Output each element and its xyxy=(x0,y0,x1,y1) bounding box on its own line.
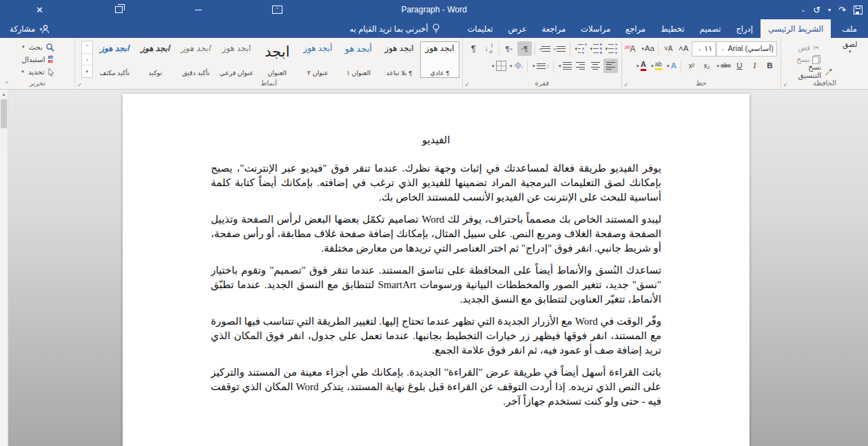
save-button[interactable] xyxy=(854,6,862,14)
share-button[interactable]: مشاركة xyxy=(0,19,59,38)
tell-me-box[interactable]: أخبرني بما تريد القيام به xyxy=(343,19,448,38)
justify-button[interactable]: ▾ xyxy=(557,59,572,73)
document-page[interactable]: الفيديو يوفر الفيديو طريقة فعالة لمساعدت… xyxy=(123,94,750,446)
style-emphasis[interactable]: ابجد هوز توكيد xyxy=(136,41,175,78)
multilevel-list-button[interactable]: ▾ xyxy=(573,41,588,56)
document-area: ▲ الفيديو يوفر الفيديو طريقة فعالة لمساع… xyxy=(0,90,868,446)
strikethrough-button[interactable]: abc▾ xyxy=(714,59,732,73)
style-preview: ابجد هوز xyxy=(425,44,454,53)
text-effects-button[interactable]: A▾ xyxy=(663,59,678,73)
style-label: العنوان xyxy=(268,69,287,77)
find-button[interactable]: بحث ▾ xyxy=(2,41,72,53)
shrink-font-button[interactable]: A˅ xyxy=(661,41,676,56)
font-dialog-launcher-icon[interactable]: ↙ xyxy=(624,82,629,88)
italic-button[interactable]: I xyxy=(747,59,762,73)
style-preview: ابجد هوز xyxy=(222,44,251,53)
style-preview: ابجد هوز xyxy=(181,44,210,53)
redo-button[interactable]: ↷ xyxy=(838,6,846,14)
tab-home[interactable]: الشريط الرئيسي xyxy=(761,19,831,38)
tab-file[interactable]: ملف xyxy=(831,19,868,38)
grow-font-button[interactable]: A˄ xyxy=(676,41,691,56)
scrollbar-thumb[interactable] xyxy=(1,99,7,128)
subscript-button[interactable]: x₂ xyxy=(699,59,714,73)
style-subtitle[interactable]: ابجد هوز عنوان فرعي xyxy=(217,41,256,78)
style-heading1[interactable]: أبجد هو العنوان ١ xyxy=(339,41,378,78)
align-center-icon xyxy=(591,62,600,70)
tab-insert[interactable]: إدراج xyxy=(728,19,761,38)
highlight-color-icon: ab xyxy=(655,61,662,70)
decrease-indent-button[interactable]: ▸ xyxy=(552,41,567,56)
rtl-text-direction-button[interactable]: ¶◂ xyxy=(517,41,532,56)
undo-button[interactable]: ↺ xyxy=(813,6,820,14)
shading-button[interactable]: ▾ xyxy=(508,59,524,73)
font-name-combo[interactable]: Arial (أساسي) ⌄ xyxy=(716,41,777,57)
text-effects-icon: A xyxy=(671,62,676,70)
align-left-button[interactable] xyxy=(573,59,588,73)
style-normal[interactable]: ابجد هوز ¶ عادي xyxy=(420,41,459,78)
paragraph-5: باتت القراءة أسهل أيضاً في طريقة عرض "ال… xyxy=(211,365,661,409)
increase-indent-button[interactable]: ◂ xyxy=(537,41,552,56)
ribbon-tab-bar: ملف الشريط الرئيسي إدراج تصميم تخطيط مرا… xyxy=(0,19,868,38)
line-spacing-button[interactable]: ↕▾ xyxy=(530,59,550,73)
align-left-icon xyxy=(576,62,585,70)
align-right-button[interactable] xyxy=(603,59,618,73)
customize-qat-button[interactable]: ⌄ xyxy=(800,7,805,13)
font-size-combo[interactable]: ١١ ⌄ xyxy=(692,41,716,57)
sort-icon: أي↓ xyxy=(485,44,493,54)
styles-scroll-up-button[interactable]: ⌃ xyxy=(82,41,92,54)
borders-icon xyxy=(496,61,506,71)
font-size-value: ١١ xyxy=(704,44,712,53)
numbering-button[interactable]: ▾ xyxy=(588,41,603,56)
style-label: توكيد xyxy=(148,69,162,77)
title-bar: ✕ ⌃ Paragraph - Word ⌄ ↺ ▾ ↷ xyxy=(0,0,868,19)
format-painter-button[interactable]: نسخ التنسيق xyxy=(783,65,834,77)
style-heading2[interactable]: أبجد هوز عنوان ٢ xyxy=(298,41,338,78)
line-spacing-icon: ↕ xyxy=(537,62,550,70)
style-subtle-emphasis[interactable]: ابجد هوز تأكيد دقيق xyxy=(176,41,216,78)
styles-gallery-more-button[interactable]: ▾ xyxy=(82,65,92,77)
align-center-button[interactable] xyxy=(588,59,603,73)
vertical-scrollbar[interactable]: ▲ xyxy=(0,90,8,446)
group-styles: ابجد هوز ¶ عادي ابجد هوز ¶ بلا تباعد أبج… xyxy=(74,38,462,89)
undo-dropdown[interactable]: ▾ xyxy=(828,7,831,13)
grow-font-icon: A˄ xyxy=(679,45,688,53)
cut-button[interactable]: ✂ قص xyxy=(783,42,834,54)
select-pointer-icon xyxy=(48,68,55,77)
tab-review[interactable]: مراجعة xyxy=(535,19,574,38)
borders-button[interactable]: ▾ xyxy=(490,59,507,73)
tab-references[interactable]: مراجع xyxy=(618,19,653,38)
paragraph-dialog-launcher-icon[interactable]: ↙ xyxy=(465,82,470,88)
clear-formatting-button[interactable]: A xyxy=(626,41,640,56)
show-hide-paragraph-marks-button[interactable]: ¶ xyxy=(466,41,481,56)
styles-scroll-down-button[interactable]: ⌄ xyxy=(82,54,92,66)
tab-help[interactable]: تعليمات xyxy=(459,19,500,38)
ltr-text-direction-button[interactable]: ▸¶ xyxy=(502,41,517,56)
bullets-button[interactable]: ▾ xyxy=(603,41,618,56)
tab-layout[interactable]: تخطيط xyxy=(653,19,692,38)
style-label: العنوان ١ xyxy=(347,69,371,77)
underline-button[interactable]: U xyxy=(732,59,747,73)
styles-gallery-scrollbar: ⌃ ⌄ ▾ xyxy=(81,41,93,78)
change-case-button[interactable]: Aa▾ xyxy=(641,41,655,56)
select-button[interactable]: تحديد ▾ xyxy=(2,65,72,78)
tab-mailings[interactable]: مراسلات xyxy=(573,19,618,38)
style-intense-emphasis[interactable]: ابجد هوز تأكيد مكثف xyxy=(95,41,134,78)
tab-view[interactable]: عرض xyxy=(500,19,534,38)
rtl-direction-icon: ¶◂ xyxy=(521,45,528,53)
style-title[interactable]: ابجد العنوان xyxy=(258,41,297,78)
superscript-button[interactable]: x² xyxy=(684,59,699,73)
font-color-button[interactable]: A▾ xyxy=(633,59,648,73)
clipboard-dialog-launcher-icon[interactable]: ↙ xyxy=(783,82,788,88)
style-no-spacing[interactable]: ابجد هوز ¶ بلا تباعد xyxy=(380,41,419,78)
sort-button[interactable]: أي↓ xyxy=(482,41,496,56)
highlight-color-button[interactable]: ab▾ xyxy=(648,59,663,73)
styles-dialog-launcher-icon[interactable]: ↙ xyxy=(77,82,82,88)
paste-button[interactable]: لصق ▾ xyxy=(834,40,866,54)
style-label: تأكيد مكثف xyxy=(100,69,130,77)
scroll-up-arrow-icon[interactable]: ▲ xyxy=(0,90,8,99)
style-preview: ابجد هوز xyxy=(141,44,169,53)
tab-design[interactable]: تصميم xyxy=(692,19,728,38)
replace-button[interactable]: abac استبدال xyxy=(2,53,72,65)
bold-button[interactable]: B xyxy=(763,59,777,73)
collapse-ribbon-button[interactable]: ⌃ xyxy=(4,81,10,88)
